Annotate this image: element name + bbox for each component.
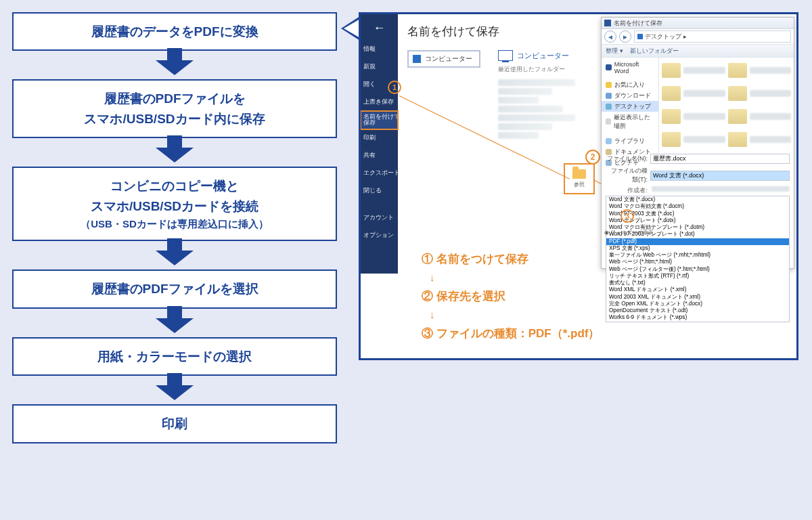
nav-export[interactable]: エクスポート: [361, 165, 398, 182]
annotation-steps: ① 名前をつけて保存 ↓ ② 保存先を選択 ↓ ③ ファイルの種類：PDF（*.…: [422, 250, 600, 343]
file-thumb-icon: [662, 109, 681, 124]
step-convert-pdf: 履歴書のデータをPDFに変換: [12, 12, 337, 51]
marker-3-icon: 3: [621, 209, 634, 223]
breadcrumb[interactable]: デスクトップ ▸: [634, 30, 791, 43]
opt[interactable]: Web ページ (*.htm;*.html): [606, 259, 789, 265]
recent-item[interactable]: [498, 114, 575, 121]
arrow-1: [156, 51, 194, 79]
back-arrow-icon[interactable]: ←: [361, 18, 398, 41]
callout-pointer-icon: [341, 16, 360, 41]
file-item[interactable]: [728, 83, 792, 104]
save-dialog: 名前を付けて保存 ◄ ► デスクトップ ▸ 整理 ▾ 新しいフォルダー Micr…: [601, 17, 794, 269]
side-recent[interactable]: 最近表示した場所: [602, 112, 658, 131]
recent-icon: [606, 118, 611, 125]
dialog-title-text: 名前を付けて保存: [614, 19, 662, 28]
tool-newfolder[interactable]: 新しいフォルダー: [630, 47, 679, 56]
opt[interactable]: Web ページ (フィルター後) (*.htm;*.html): [606, 266, 789, 273]
file-item[interactable]: [728, 60, 792, 81]
opt[interactable]: Word テンプレート (*.dotx): [606, 217, 789, 224]
nav-save[interactable]: 上書き保存: [361, 93, 398, 111]
file-item[interactable]: [728, 129, 792, 150]
nav-saveas-l2: 保存: [363, 119, 376, 126]
opt[interactable]: Word マクロ有効文書 (*.docm): [606, 203, 789, 210]
library-icon: [606, 138, 612, 144]
step-connect-copier: コンビニのコピー機と スマホ/USB/SDカードを接続 （USB・SDカードは専…: [12, 167, 337, 241]
nav-saveas[interactable]: 名前を付けて 保存: [361, 111, 398, 129]
file-item[interactable]: [728, 106, 792, 127]
filename-label: ファイル名(N):: [606, 154, 648, 163]
step3-line1: コンビニのコピー機と: [110, 179, 239, 193]
nav-close[interactable]: 閉じる: [361, 182, 398, 200]
folder-toggle[interactable]: ◉ フォルダーの非表: [604, 229, 654, 236]
file-thumb-icon: [662, 132, 681, 147]
desktop-icon: [637, 34, 643, 39]
file-thumb-icon: [662, 63, 681, 78]
opt[interactable]: XPS 文書 (*.xps): [606, 245, 789, 252]
opt[interactable]: Word XML ドキュメント (*.xml): [606, 286, 789, 293]
side-favorites[interactable]: お気に入り: [602, 79, 658, 90]
nav-back-icon[interactable]: ◄: [604, 30, 616, 43]
side-library[interactable]: ライブラリ: [602, 135, 658, 146]
nav-share[interactable]: 共有: [361, 147, 398, 165]
recent-item[interactable]: [498, 79, 575, 86]
file-thumb-icon: [728, 86, 747, 101]
side-word[interactable]: Microsoft Word: [602, 60, 658, 75]
step-save-to-device: 履歴書のPDFファイルを スマホ/USB/SDカード内に保存: [12, 79, 337, 138]
down-arrow-icon: ↓: [430, 307, 600, 323]
filetype-select[interactable]: Word 文書 (*.docx): [650, 171, 790, 181]
step-paper-color: 用紙・カラーモードの選択: [12, 337, 337, 376]
opt[interactable]: 完全 Open XML ドキュメント (*.docx): [606, 301, 789, 307]
opt[interactable]: OpenDocument テキスト (*.odt): [606, 307, 789, 314]
step-select-pdf: 履歴書のPDFファイルを選択: [12, 269, 337, 308]
file-thumb-icon: [728, 132, 747, 147]
filetype-row: ファイルの種類(T): Word 文書 (*.docx): [602, 165, 794, 186]
side-downloads[interactable]: ダウンロード: [602, 90, 658, 101]
computer-header: コンピューター: [498, 50, 589, 61]
dialog-nav: ◄ ► デスクトップ ▸: [602, 29, 794, 45]
opt[interactable]: Works 6-9 ドキュメント (*.wps): [606, 314, 789, 321]
opt[interactable]: Word 2003 XML ドキュメント (*.xml): [606, 294, 789, 301]
tool-organize[interactable]: 整理 ▾: [606, 47, 623, 56]
opt[interactable]: リッチ テキスト形式 (RTF) (*.rtf): [606, 273, 789, 280]
screenshot-panel: ← 情報 新規 開く 上書き保存 名前を付けて 保存 印刷 共有 エクスポート …: [359, 12, 798, 360]
recent-item[interactable]: [498, 123, 552, 130]
filetype-label: ファイルの種類(T):: [606, 167, 648, 184]
marker-2-icon: 2: [585, 150, 600, 165]
recent-item[interactable]: [498, 132, 539, 139]
location-computer-tile[interactable]: コンピューター: [407, 50, 480, 68]
recent-item[interactable]: [498, 97, 539, 104]
nav-fwd-icon[interactable]: ►: [619, 30, 631, 43]
filename-input[interactable]: 履歴書.docx: [650, 154, 790, 164]
word-icon: [606, 64, 612, 70]
file-item[interactable]: [662, 60, 725, 81]
opt[interactable]: Word 文書 (*.docx): [606, 196, 789, 203]
nav-new[interactable]: 新規: [361, 58, 398, 76]
recent-item[interactable]: [498, 106, 563, 112]
step3-sub: （USB・SDカードは専用差込口に挿入）: [20, 216, 329, 232]
ann-step-2: ② 保存先を選択: [422, 287, 505, 305]
side-desktop[interactable]: デスクトップ: [602, 101, 658, 112]
file-item[interactable]: [662, 129, 725, 150]
nav-account[interactable]: アカウント: [361, 209, 398, 227]
dialog-titlebar: 名前を付けて保存: [602, 18, 794, 29]
step2-line2: スマホ/USB/SDカード内に保存: [84, 112, 265, 126]
opt-pdf[interactable]: PDF (*.pdf): [606, 238, 789, 245]
browse-label: 参照: [574, 181, 585, 188]
recent-item[interactable]: [498, 88, 552, 95]
file-thumb-icon: [728, 63, 747, 78]
opt[interactable]: 単一ファイル Web ページ (*.mht;*.mhtml): [606, 252, 789, 259]
computer-icon: [413, 55, 421, 63]
step-print: 印刷: [12, 404, 337, 443]
nav-print[interactable]: 印刷: [361, 129, 398, 147]
file-item[interactable]: [662, 106, 725, 127]
breadcrumb-text: デスクトップ ▸: [645, 32, 687, 41]
nav-options[interactable]: オプション: [361, 227, 398, 244]
word-nav-rail: ← 情報 新規 開く 上書き保存 名前を付けて 保存 印刷 共有 エクスポート …: [361, 14, 398, 274]
down-arrow-icon: ↓: [430, 269, 600, 286]
ann-step-3: ③ ファイルの種類：PDF（*.pdf）: [422, 324, 600, 343]
file-item[interactable]: [662, 83, 725, 104]
nav-info[interactable]: 情報: [361, 41, 398, 58]
opt[interactable]: 書式なし (*.txt): [606, 280, 789, 286]
computer-header-label: コンピューター: [517, 51, 569, 61]
flowchart-column: 履歴書のデータをPDFに変換 履歴書のPDFファイルを スマホ/USB/SDカー…: [12, 12, 337, 443]
